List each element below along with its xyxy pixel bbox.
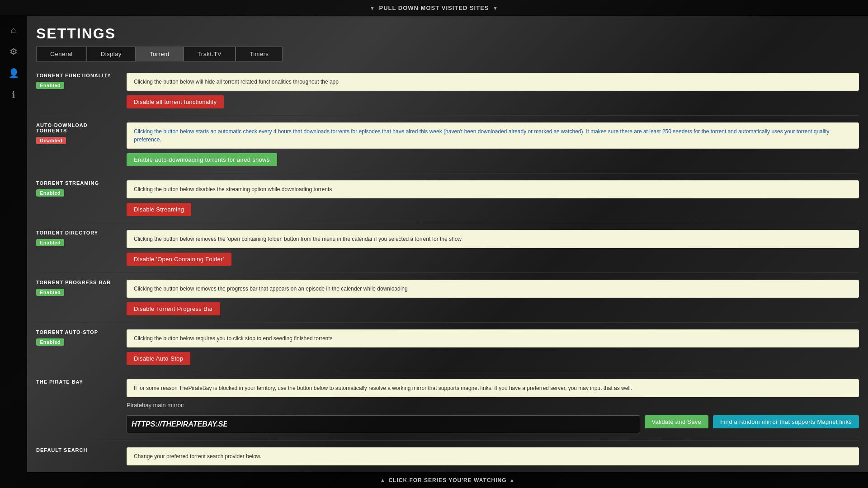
torrent-progress-bar-label: TORRENT PROGRESS BAR Enabled [36,280,127,315]
pirate-bay-label: THE PIRATE BAY [36,379,127,433]
chevron-down-icon-2: ▼ [493,5,499,11]
mirror-field-box [127,415,640,433]
default-search-label: DEFAULT SEARCH [36,447,127,465]
sidebar: ⌂ ⚙ 👤 ℹ [0,16,27,488]
torrent-progress-bar-badge: Enabled [36,289,64,296]
sidebar-icon-info[interactable]: ℹ [5,86,23,104]
tab-general[interactable]: General [36,47,87,61]
torrent-auto-stop-content: Clicking the button below requires you t… [127,329,859,365]
chevron-up-icon-left: ▲ [380,477,386,483]
torrent-auto-stop-description: Clicking the button below requires you t… [127,329,859,347]
disable-streaming-button[interactable]: Disable Streaming [127,203,191,216]
auto-download-title: AUTO-DOWNLOAD TORRENTS [36,122,120,133]
pirate-bay-title: THE PIRATE BAY [36,379,120,385]
enable-auto-download-button[interactable]: Enable auto-downloading torrents for air… [127,153,277,166]
sidebar-icon-settings[interactable]: ⚙ [5,42,23,61]
mirror-input[interactable] [132,418,227,431]
auto-download-label: AUTO-DOWNLOAD TORRENTS Disabled [36,122,127,166]
torrent-streaming-description: Clicking the button below disables the s… [127,180,859,198]
torrent-functionality-description: Clicking the button below will hide all … [127,73,859,91]
torrent-directory-label: TORRENT DIRECTORY Enabled [36,230,127,266]
mirror-input-row: Validate and Save Find a random mirror t… [127,415,859,433]
pirate-bay-content: If for some reason ThePirateBay is block… [127,379,859,433]
torrent-functionality-section: TORRENT FUNCTIONALITY Enabled Clicking t… [36,66,859,116]
auto-download-section: AUTO-DOWNLOAD TORRENTS Disabled Clicking… [36,116,859,174]
pirate-bay-description: If for some reason ThePirateBay is block… [127,379,859,397]
chevron-up-icon-right: ▲ [509,477,515,483]
tab-timers[interactable]: Timers [236,47,283,61]
torrent-functionality-label: TORRENT FUNCTIONALITY Enabled [36,73,127,108]
torrent-directory-badge: Enabled [36,239,64,246]
torrent-streaming-content: Clicking the button below disables the s… [127,180,859,216]
sidebar-icon-user[interactable]: 👤 [5,64,23,82]
main-content: SETTINGS General Display Torrent Trakt.T… [27,16,868,488]
bottom-bar: ▲ CLICK FOR SERIES YOU'RE WATCHING ▲ [27,472,868,488]
auto-download-content: Clicking the button below starts an auto… [127,122,859,166]
bottom-bar-label: CLICK FOR SERIES YOU'RE WATCHING [388,477,506,483]
top-bar-label: PULL DOWN MOST VISITED SITES [379,5,489,11]
sidebar-icon-home[interactable]: ⌂ [5,21,23,39]
torrent-streaming-section: TORRENT STREAMING Enabled Clicking the b… [36,174,859,223]
top-bar: ▼ PULL DOWN MOST VISITED SITES ▼ [0,0,868,16]
auto-download-badge: Disabled [36,137,66,144]
torrent-auto-stop-section: TORRENT AUTO-STOP Enabled Clicking the b… [36,323,859,372]
torrent-functionality-badge: Enabled [36,82,64,89]
disable-torrent-functionality-button[interactable]: Disable all torrent functionality [127,95,224,108]
tab-trakttv[interactable]: Trakt.TV [184,47,236,61]
torrent-progress-bar-title: TORRENT PROGRESS BAR [36,280,120,285]
disable-auto-stop-button[interactable]: Disable Auto-Stop [127,352,190,365]
torrent-directory-title: TORRENT DIRECTORY [36,230,120,235]
torrent-progress-bar-content: Clicking the button below removes the pr… [127,280,859,315]
default-search-description: Change your preferred torrent search pro… [127,447,859,465]
torrent-functionality-content: Clicking the button below will hide all … [127,73,859,108]
auto-download-description: Clicking the button below starts an auto… [127,122,859,149]
mirror-label: Piratebay main mirror: [127,402,859,408]
tab-display[interactable]: Display [87,47,136,61]
torrent-auto-stop-label: TORRENT AUTO-STOP Enabled [36,329,127,365]
validate-save-button[interactable]: Validate and Save [645,415,709,428]
chevron-down-icon: ▼ [370,5,376,11]
torrent-directory-section: TORRENT DIRECTORY Enabled Clicking the b… [36,223,859,273]
default-search-section: DEFAULT SEARCH Change your preferred tor… [36,441,859,473]
torrent-auto-stop-title: TORRENT AUTO-STOP [36,329,120,335]
default-search-content: Change your preferred torrent search pro… [127,447,859,465]
torrent-directory-description: Clicking the button below removes the 'o… [127,230,859,248]
default-search-title: DEFAULT SEARCH [36,447,120,453]
bottom-bar-title: ▲ CLICK FOR SERIES YOU'RE WATCHING ▲ [380,477,515,483]
disable-open-folder-button[interactable]: Disable 'Open Containing Folder' [127,253,231,266]
disable-progress-bar-button[interactable]: Disable Torrent Progress Bar [127,302,220,315]
torrent-streaming-badge: Enabled [36,189,64,197]
find-random-mirror-button[interactable]: Find a random mirror that supports Magne… [713,415,859,428]
torrent-auto-stop-badge: Enabled [36,338,64,346]
torrent-directory-content: Clicking the button below removes the 'o… [127,230,859,266]
torrent-progress-bar-section: TORRENT PROGRESS BAR Enabled Clicking th… [36,273,859,323]
top-bar-title: ▼ PULL DOWN MOST VISITED SITES ▼ [370,5,499,11]
settings-area: TORRENT FUNCTIONALITY Enabled Clicking t… [27,61,868,482]
pirate-bay-section: THE PIRATE BAY If for some reason ThePir… [36,372,859,441]
torrent-streaming-label: TORRENT STREAMING Enabled [36,180,127,216]
tab-torrent[interactable]: Torrent [136,47,184,61]
page-title: SETTINGS [27,16,868,47]
torrent-progress-bar-description: Clicking the button below removes the pr… [127,280,859,298]
torrent-functionality-title: TORRENT FUNCTIONALITY [36,73,120,78]
tabs-container: General Display Torrent Trakt.TV Timers [27,47,868,61]
torrent-streaming-title: TORRENT STREAMING [36,180,120,186]
